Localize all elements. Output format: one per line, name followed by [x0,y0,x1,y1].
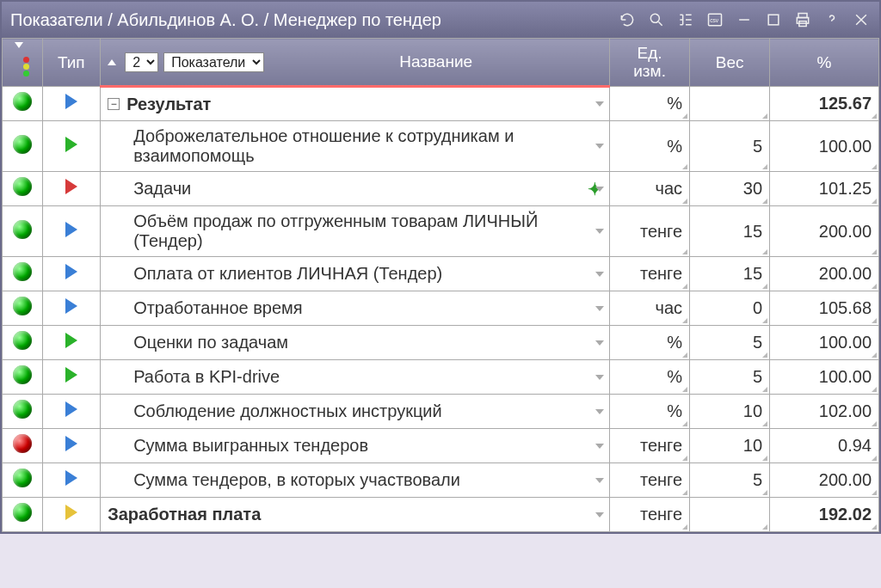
name-cell[interactable]: Сумма тендеров, в которых участвовали [101,463,610,498]
type-cell [42,395,101,429]
refresh-icon[interactable] [618,10,637,29]
row-dropdown-icon[interactable] [595,306,604,311]
titlebar: Показатели / Абильдинов А. О. / Менеджер… [2,2,879,38]
type-triangle-icon [65,179,77,194]
svg-point-0 [650,14,659,22]
weight-cell [690,87,770,121]
print-icon[interactable] [793,10,812,29]
name-cell[interactable]: Отработанное время [101,291,610,326]
unit-cell: % [610,395,690,429]
table-row[interactable]: −Результат%125.67 [3,87,879,121]
status-cell [3,395,43,429]
row-dropdown-icon[interactable] [595,272,604,277]
close-icon[interactable] [852,10,871,29]
status-cell [3,326,43,360]
weight-cell: 15 [690,206,770,257]
table-row[interactable]: Объём продаж по отгруженным товарам ЛИЧН… [3,206,879,257]
type-cell [42,360,101,395]
grouping-select[interactable]: Показатели [163,52,264,72]
header-percent[interactable]: % [770,39,879,87]
status-indicator-icon [13,135,32,154]
table-row[interactable]: Оценки по задачам%5100.00 [3,326,879,360]
weight-cell: 15 [690,257,770,291]
traffic-light-icon [23,57,29,77]
row-dropdown-icon[interactable] [595,444,604,449]
type-triangle-icon [65,436,77,451]
table-row[interactable]: Работа в KPI-drive%5100.00 [3,360,879,395]
collapse-toggle-icon[interactable]: − [108,98,120,110]
row-dropdown-icon[interactable] [595,512,604,518]
row-dropdown-icon[interactable] [595,187,604,192]
unit-cell: тенге [610,206,690,257]
status-indicator-icon [13,220,32,239]
row-name-label: Работа в KPI-drive [133,367,602,387]
unit-cell: тенге [610,257,690,291]
table-row[interactable]: Отработанное времячас0105.68 [3,291,879,326]
percent-cell: 200.00 [770,463,879,498]
unit-cell: час [610,172,690,206]
sort-asc-icon[interactable] [108,59,116,65]
type-triangle-icon [65,222,77,237]
weight-cell: 30 [690,172,770,206]
unit-cell: % [610,87,690,121]
status-indicator-icon [13,400,32,419]
table-row[interactable]: Заработная плататенге192.02 [3,498,879,532]
table-row[interactable]: Доброжелательное отношение к сотрудникам… [3,121,879,172]
maximize-icon[interactable] [764,10,783,29]
row-name-label: Отработанное время [133,298,602,318]
row-dropdown-icon[interactable] [595,229,604,234]
table-row[interactable]: Сумма выигранных тендеровтенге100.94 [3,429,879,463]
unit-cell: час [610,291,690,326]
name-cell[interactable]: Объём продаж по отгруженным товарам ЛИЧН… [101,206,610,257]
csv-icon[interactable]: csv [705,10,724,29]
name-cell[interactable]: Работа в KPI-drive [101,360,610,395]
status-indicator-icon [13,297,32,315]
row-name-label: Заработная плата [108,505,602,524]
name-cell[interactable]: Доброжелательное отношение к сотрудникам… [101,121,610,172]
status-cell [3,87,43,121]
header-unit[interactable]: Ед.изм. [610,39,690,87]
header-type[interactable]: Тип [42,39,101,87]
name-cell[interactable]: Заработная плата [101,498,610,532]
svg-rect-3 [768,15,779,25]
name-cell[interactable]: Оплата от клиентов ЛИЧНАЯ (Тендер) [101,257,610,291]
unit-cell: тенге [610,429,690,463]
row-dropdown-icon[interactable] [595,340,604,346]
row-name-label: Задачи [133,179,577,199]
name-cell[interactable]: −Результат [101,87,610,121]
unit-cell: % [610,326,690,360]
name-cell[interactable]: Сумма выигранных тендеров [101,429,610,463]
name-cell[interactable]: Задачи✦ [101,172,610,206]
table-row[interactable]: Соблюдение должностных инструкций%10102.… [3,395,879,429]
help-icon[interactable] [822,10,841,29]
row-dropdown-icon[interactable] [595,101,604,107]
type-triangle-icon [65,333,77,348]
kpi-table: Тип 2 Показатели Название Ед.изм. Вес % [2,38,879,532]
header-status[interactable] [3,39,43,87]
header-weight[interactable]: Вес [690,39,770,87]
row-dropdown-icon[interactable] [595,375,604,380]
name-cell[interactable]: Соблюдение должностных инструкций [101,395,610,429]
status-cell [3,498,43,532]
level-select[interactable]: 2 [125,52,158,72]
minimize-icon[interactable] [735,10,754,29]
percent-cell: 200.00 [770,206,879,257]
search-icon[interactable] [647,10,666,29]
type-cell [42,498,101,532]
row-name-label: Оплата от клиентов ЛИЧНАЯ (Тендер) [133,264,602,284]
table-row[interactable]: Оплата от клиентов ЛИЧНАЯ (Тендер)тенге1… [3,257,879,291]
table-row[interactable]: Сумма тендеров, в которых участвовалитен… [3,463,879,498]
row-dropdown-icon[interactable] [595,144,604,149]
tree-icon[interactable] [676,10,695,29]
window: Показатели / Абильдинов А. О. / Менеджер… [0,0,881,534]
weight-cell: 5 [690,360,770,395]
type-cell [42,87,101,121]
row-dropdown-icon[interactable] [595,409,604,414]
row-dropdown-icon[interactable] [595,478,604,483]
type-cell [42,172,101,206]
name-cell[interactable]: Оценки по задачам [101,326,610,360]
status-cell [3,257,43,291]
type-triangle-icon [65,505,77,520]
table-row[interactable]: Задачи✦час30101.25 [3,172,879,206]
weight-cell: 10 [690,429,770,463]
